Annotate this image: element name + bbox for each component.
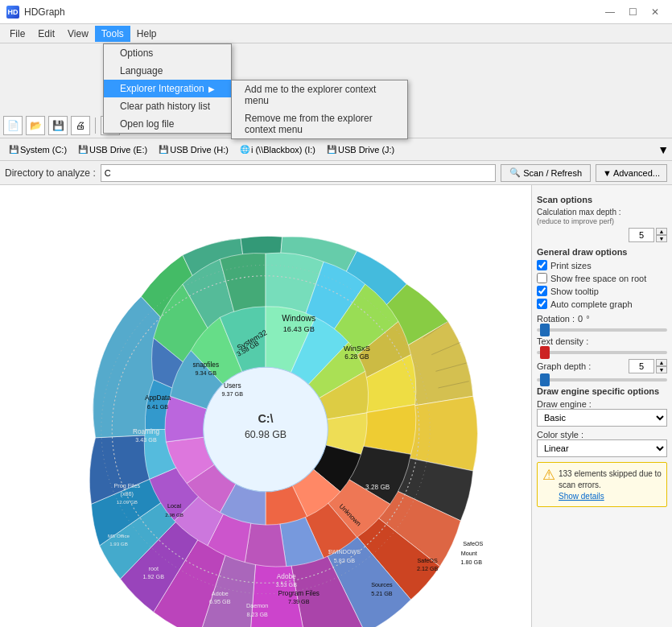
menu-file[interactable]: File <box>3 26 31 42</box>
title-bar: HD HDGraph — ☐ ✕ <box>0 0 672 24</box>
color-style-label: Color style : <box>537 430 667 439</box>
draw-engine-select[interactable]: Basic Advanced <box>537 409 667 427</box>
main-content: C:\ 60.98 GB System32 3.58 GB WinSxS 6.2… <box>0 185 672 627</box>
menu-open-log[interactable]: Open log file <box>104 115 231 133</box>
color-style-select[interactable]: Linear Random Gradient <box>537 439 667 457</box>
window-controls: — ☐ ✕ <box>600 4 666 20</box>
tools-dropdown-menu: Options Language Explorer Integration ▶ … <box>103 43 232 134</box>
drive-tab-e[interactable]: 💾 USB Drive (E:) <box>72 142 153 157</box>
directory-bar: Directory to analyze : 🔍 Scan / Refresh … <box>0 161 672 185</box>
menu-language[interactable]: Language <box>104 62 231 80</box>
rotation-slider[interactable] <box>537 328 667 332</box>
svg-text:Prog Files: Prog Files <box>114 482 141 489</box>
drive-tabs-scroll-right[interactable]: ▼ <box>658 143 669 156</box>
menu-tools[interactable]: Tools <box>95 26 130 42</box>
menu-options[interactable]: Options <box>104 44 231 62</box>
show-details-link[interactable]: Show details <box>559 492 604 501</box>
graph-depth-input[interactable] <box>629 359 654 373</box>
calc-depth-spinner[interactable]: ▲ ▼ <box>629 228 667 242</box>
svg-text:3.43 GB: 3.43 GB <box>135 436 157 443</box>
draw-options-title: General draw options <box>537 247 667 257</box>
draw-engine-row: Draw engine : Basic Advanced <box>537 399 667 427</box>
graph-depth-slider-thumb[interactable] <box>540 373 550 386</box>
calc-depth-input[interactable] <box>629 228 654 242</box>
svg-text:Adobe: Adobe <box>212 590 229 597</box>
svg-text:5.21 GB: 5.21 GB <box>371 590 393 597</box>
svg-text:snapfiles: snapfiles <box>192 361 219 369</box>
rotation-slider-thumb[interactable] <box>540 324 550 336</box>
drive-icon-e: 💾 <box>78 145 88 154</box>
graph-depth-down-button[interactable]: ▼ <box>656 366 667 373</box>
minimize-button[interactable]: — <box>600 4 620 20</box>
print-sizes-row: Print sizes <box>537 260 667 270</box>
menu-bar: File Edit View Tools Help <box>0 24 672 43</box>
chart-area[interactable]: C:\ 60.98 GB System32 3.58 GB WinSxS 6.2… <box>0 185 531 627</box>
svg-text:Daemon: Daemon <box>246 602 268 609</box>
auto-complete-checkbox[interactable] <box>537 299 547 309</box>
add-context-menu-item[interactable]: Add me to the explorer context menu <box>232 80 407 109</box>
menu-edit[interactable]: Edit <box>31 26 61 42</box>
drive-icon-c: 💾 <box>9 145 19 154</box>
show-free-space-label: Show free space on root <box>550 274 646 283</box>
calc-depth-spinner-buttons: ▲ ▼ <box>656 228 667 242</box>
close-button[interactable]: ✕ <box>645 4 666 20</box>
save-button[interactable]: 💾 <box>48 116 68 135</box>
print-sizes-checkbox[interactable] <box>537 260 547 270</box>
menu-help[interactable]: Help <box>130 26 163 42</box>
print-sizes-label: Print sizes <box>550 261 592 270</box>
show-tooltip-checkbox[interactable] <box>537 286 547 296</box>
remove-context-menu-item[interactable]: Remove me from the explorer context menu <box>232 109 407 138</box>
new-button[interactable]: 📄 <box>3 116 23 135</box>
menu-clear-path[interactable]: Clear path history list <box>104 97 231 115</box>
menu-view[interactable]: View <box>61 26 95 42</box>
svg-text:C:\: C:\ <box>258 412 273 425</box>
rotation-row: Rotation : 0 ° <box>537 314 667 324</box>
warning-icon: ⚠ <box>542 466 555 484</box>
show-free-space-checkbox[interactable] <box>537 273 547 283</box>
text-density-label: Text density : <box>537 336 667 346</box>
calc-depth-label: Calculation max depth : <box>537 208 667 217</box>
scan-options-title: Scan options <box>537 195 667 204</box>
drive-tab-h[interactable]: 💾 USB Drive (H:) <box>153 142 234 157</box>
auto-complete-row: Auto complete graph <box>537 299 667 309</box>
svg-text:Local: Local <box>167 502 182 509</box>
svg-text:3.28 GB: 3.28 GB <box>365 484 390 491</box>
toolbar-separator <box>95 118 96 134</box>
svg-text:1.92 GB: 1.92 GB <box>143 573 165 580</box>
open-button[interactable]: 📂 <box>26 116 45 135</box>
menu-explorer-integration[interactable]: Explorer Integration ▶ Add me to the exp… <box>104 80 231 97</box>
graph-depth-spinner[interactable]: ▲ ▼ <box>629 359 667 373</box>
submenu-arrow-icon: ▶ <box>208 85 215 93</box>
text-density-slider[interactable] <box>537 351 667 354</box>
svg-text:SafeOS: SafeOS <box>417 557 437 564</box>
drive-tab-i[interactable]: 🌐 i (\\Blackbox) (I:) <box>234 142 321 157</box>
graph-depth-slider[interactable] <box>537 378 667 382</box>
svg-text:Users: Users <box>224 382 241 390</box>
advanced-button[interactable]: ▼ Advanced... <box>596 164 667 182</box>
drive-tab-c[interactable]: 💾 System (C:) <box>3 142 72 157</box>
calc-depth-down-button[interactable]: ▼ <box>656 235 667 242</box>
text-density-slider-thumb[interactable] <box>540 346 550 359</box>
draw-engine-options-title: Draw engine specific options <box>537 386 667 396</box>
graph-depth-up-button[interactable]: ▲ <box>656 359 667 366</box>
svg-text:6.41 GB: 6.41 GB <box>147 403 169 410</box>
scan-refresh-button[interactable]: 🔍 Scan / Refresh <box>501 164 591 182</box>
directory-input[interactable] <box>101 164 497 182</box>
svg-text:9.37 GB: 9.37 GB <box>222 390 244 398</box>
maximize-button[interactable]: ☐ <box>622 4 643 20</box>
svg-text:6.28 GB: 6.28 GB <box>344 353 369 361</box>
drive-tab-j[interactable]: 💾 USB Drive (J:) <box>321 142 400 157</box>
svg-text:Mount: Mount <box>461 550 477 557</box>
calc-depth-up-button[interactable]: ▲ <box>656 228 667 235</box>
svg-text:SafeOS: SafeOS <box>463 540 483 547</box>
print-button[interactable]: 🖨 <box>71 116 90 135</box>
svg-text:6.95 GB: 6.95 GB <box>209 598 231 605</box>
draw-engine-label: Draw engine : <box>537 399 667 409</box>
svg-text:(x86): (x86) <box>121 490 134 497</box>
svg-text:3.53 GB: 3.53 GB <box>276 581 298 588</box>
advanced-icon: ▼ <box>603 168 612 178</box>
svg-text:2.98 GB: 2.98 GB <box>165 512 183 518</box>
svg-text:5.82 GB: 5.82 GB <box>334 557 356 564</box>
svg-text:Program Files: Program Files <box>278 590 320 597</box>
rotation-value: 0 <box>578 314 583 324</box>
